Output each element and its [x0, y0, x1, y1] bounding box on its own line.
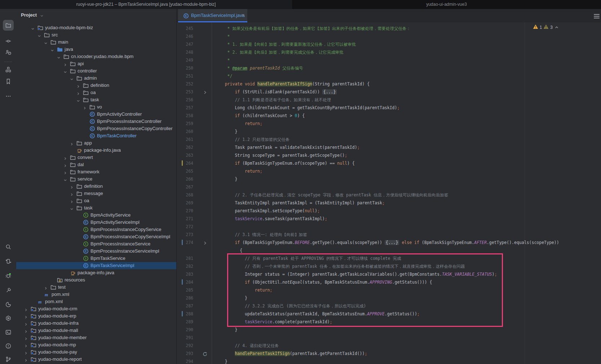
recursive-call-icon[interactable] — [203, 351, 207, 356]
tree-item-bpmtaskcontroller[interactable]: CBpmTaskController — [16, 132, 176, 139]
line-number[interactable]: 245 — [177, 25, 193, 32]
editor-menu-icon[interactable] — [594, 13, 600, 18]
tree-item-bpmprocessinstancecopyserviceimpl[interactable]: CBpmProcessInstanceCopyServiceImpl — [16, 233, 176, 240]
tree-item-bpmprocessinstancecopycontroller[interactable]: CBpmProcessInstanceCopyController — [16, 125, 176, 132]
chevron-right-icon[interactable] — [70, 141, 74, 145]
chevron-right-icon[interactable] — [24, 357, 28, 361]
tree-item-oa[interactable]: oa — [16, 197, 176, 204]
tree-item-bpmtaskserviceimpl[interactable]: CBpmTaskServiceImpl — [16, 262, 176, 269]
line-number[interactable]: 261 — [177, 136, 193, 143]
tree-item-oa[interactable]: oa — [16, 89, 176, 96]
tree-item-bpmtaskservice[interactable]: IBpmTaskService — [16, 255, 176, 262]
tree-item-yudao-module-erp[interactable]: yudao-module-erp — [16, 312, 176, 320]
tree-item-service[interactable]: service — [16, 176, 176, 183]
terminal-icon[interactable] — [3, 327, 14, 338]
line-number[interactable]: 284 — [177, 278, 193, 286]
tree-item-yudao-module-crm[interactable]: yudao-module-crm — [16, 305, 176, 312]
line-number[interactable]: 281 — [177, 254, 193, 262]
tab-close-icon[interactable]: × — [242, 12, 244, 18]
tree-item-admin[interactable]: admin — [16, 75, 176, 82]
tree-item-package-info-java[interactable]: package-info.java — [16, 269, 176, 276]
tree-item-yudao-module-mp[interactable]: yudao-module-mp — [16, 341, 176, 349]
tree-item-api[interactable]: api — [16, 60, 176, 67]
tree-item-yudao-module-bpm-biz[interactable]: yudao-module-bpm-biz — [16, 24, 176, 31]
tree-item-controller[interactable]: controller — [16, 67, 176, 75]
tree-item-bpmprocessinstancecontroller[interactable]: CBpmProcessInstanceController — [16, 118, 176, 125]
chevron-down-icon[interactable] — [63, 69, 67, 73]
tree-item-pom-xml[interactable]: mpom.xml — [16, 291, 176, 298]
chevron-right-icon[interactable] — [24, 336, 28, 340]
line-number[interactable]: 273 — [177, 231, 193, 239]
tree-item-test[interactable]: test — [16, 284, 176, 291]
chevron-right-icon[interactable] — [24, 328, 28, 333]
line-number[interactable]: 282 — [177, 262, 193, 270]
line-number[interactable]: 264 — [177, 159, 193, 167]
chevron-right-icon[interactable] — [63, 163, 67, 167]
chevron-down-icon[interactable] — [31, 26, 35, 30]
chevron-down-icon[interactable] — [50, 47, 54, 52]
line-number[interactable]: 252 — [177, 80, 193, 88]
chevron-down-icon[interactable] — [40, 14, 44, 18]
chevron-right-icon[interactable] — [83, 105, 87, 109]
line-number[interactable]: 246 — [177, 32, 193, 40]
tree-item-bpmactivitycontroller[interactable]: CBpmActivityController — [16, 111, 176, 118]
line-number[interactable]: 248 — [177, 48, 193, 56]
tree-item-src[interactable]: src — [16, 31, 176, 39]
chevron-right-icon[interactable] — [24, 307, 28, 311]
tree-item-bpmprocessinstanceserviceimpl[interactable]: CBpmProcessInstanceServiceImpl — [16, 248, 176, 255]
tree-item-message[interactable]: message — [16, 190, 176, 197]
chevron-right-icon[interactable] — [63, 155, 67, 160]
line-number[interactable]: 285 — [177, 286, 193, 294]
folded-region[interactable]: {...} — [322, 89, 337, 94]
line-number[interactable]: 253 — [177, 88, 193, 96]
chevron-down-icon[interactable] — [37, 33, 41, 37]
tree-item-pom-xml[interactable]: mpom.xml — [16, 298, 176, 305]
line-number[interactable]: 293 — [177, 350, 193, 358]
debug-icon[interactable] — [3, 270, 14, 281]
tree-item-bpmprocessinstancecopyservice[interactable]: IBpmProcessInstanceCopyService — [16, 226, 176, 233]
tree-item-yudao-module-pay[interactable]: yudao-module-pay — [16, 349, 176, 356]
chevron-down-icon[interactable] — [57, 54, 61, 59]
tree-item-definition[interactable]: definition — [16, 183, 176, 190]
tree-item-yudao-module-mall[interactable]: yudao-module-mall — [16, 327, 176, 334]
chevron-right-icon[interactable] — [70, 191, 74, 196]
line-number[interactable]: 287 — [177, 302, 193, 310]
chevron-right-icon[interactable] — [70, 184, 74, 188]
project-folder-icon[interactable] — [3, 20, 14, 31]
chevron-right-icon[interactable] — [70, 199, 74, 203]
tree-item-vo[interactable]: vo — [16, 103, 176, 111]
tree-item-definition[interactable]: definition — [16, 82, 176, 89]
line-number[interactable]: 272 — [177, 223, 193, 231]
tree-item-resources[interactable]: resources — [16, 276, 176, 284]
line-number[interactable]: 263 — [177, 151, 193, 159]
folded-region[interactable]: {...} — [385, 240, 399, 245]
tree-item-task[interactable]: task — [16, 96, 176, 103]
tree-item-framework[interactable]: framework — [16, 168, 176, 176]
chevron-right-icon[interactable] — [24, 321, 28, 325]
line-number[interactable]: 286 — [177, 294, 193, 302]
line-number[interactable]: 269 — [177, 199, 193, 207]
line-number[interactable]: 257 — [177, 104, 193, 112]
tree-item-bpmprocessinstanceservice[interactable]: IBpmProcessInstanceService — [16, 240, 176, 248]
tree-item-bpmactivityserviceimpl[interactable]: CBpmActivityServiceImpl — [16, 219, 176, 226]
services-icon[interactable] — [3, 313, 14, 324]
line-number[interactable]: 268 — [177, 191, 193, 199]
problems-icon[interactable] — [3, 341, 14, 351]
tree-item-convert[interactable]: convert — [16, 154, 176, 161]
run-anything-icon[interactable] — [3, 256, 14, 267]
chevron-down-icon[interactable] — [63, 177, 67, 181]
line-number[interactable]: 271 — [177, 215, 193, 223]
bookmarks-icon[interactable] — [3, 76, 14, 87]
line-number[interactable]: 267 — [177, 183, 193, 191]
chevron-down-icon[interactable] — [76, 98, 80, 102]
chevron-down-icon[interactable] — [70, 206, 74, 210]
tree-item-dal[interactable]: dal — [16, 161, 176, 168]
line-number[interactable]: 256 — [177, 96, 193, 104]
line-number[interactable]: 247 — [177, 40, 193, 48]
chevron-right-icon[interactable] — [76, 90, 80, 95]
structure-icon[interactable] — [3, 64, 14, 75]
tree-item-task[interactable]: task — [16, 204, 176, 212]
fold-arrow-icon[interactable] — [203, 240, 207, 245]
tree-item-cn-iocoder-yudao-module-bpm[interactable]: cn.iocoder.yudao.module.bpm — [16, 53, 176, 60]
tree-item-main[interactable]: main — [16, 39, 176, 46]
